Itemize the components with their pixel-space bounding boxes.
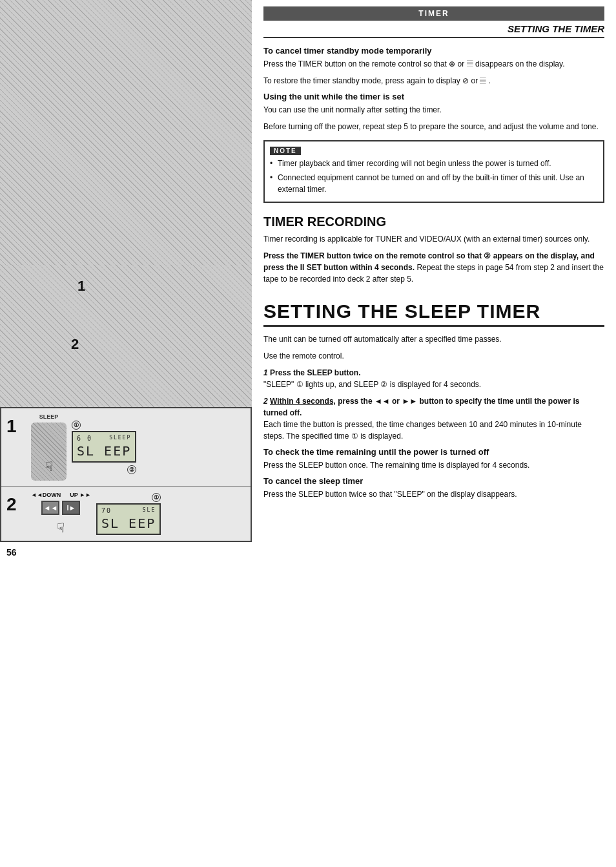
step-2-num: 2 <box>263 397 270 406</box>
timer-recording-title: TIMER RECORDING <box>263 214 604 229</box>
sleep-label-1: SLEEP <box>39 413 59 420</box>
step-2-body: Each time the button is pressed, the tim… <box>263 420 582 441</box>
diagram-2-label: 2 <box>6 494 26 515</box>
page-number: 56 <box>0 542 252 560</box>
cancel-timer-body2: To restore the timer standby mode, press… <box>263 75 604 87</box>
sleep-timer-title: SETTING THE SLEEP TIMER <box>263 300 604 327</box>
cancel-timer-heading: To cancel timer standby mode temporarily <box>263 46 604 56</box>
note-bullet-2: Connected equipment cannot be turned on … <box>270 172 598 195</box>
using-timer-body2: Before turning off the power, repeat ste… <box>263 121 604 132</box>
display-box-2: 70 SLE SL EEP <box>96 503 161 535</box>
timer-recording-body1: Timer recording is applicable for TUNER … <box>263 233 604 245</box>
cancel-timer-body1: Press the TIMER button on the remote con… <box>263 58 604 70</box>
check-heading: To check the time remaining until the po… <box>263 447 604 457</box>
timer-recording-bold: Press the TIMER button twice on the remo… <box>263 250 604 285</box>
down-btn[interactable]: ◄◄ <box>41 501 59 515</box>
diagram-row-1: 1 SLEEP ☟ ① 6 0 SLEEP <box>1 408 251 486</box>
left-column: 1 2 1 SLEEP ☟ ① 6 0 <box>0 0 252 867</box>
diagram-1-label: 1 <box>6 416 26 437</box>
step-2-within: Within 4 seconds, <box>270 397 336 406</box>
display-main-2: SL EEP <box>101 516 156 531</box>
cancel-sleep-heading: To cancel the sleep timer <box>263 476 604 486</box>
remote-1: ☟ <box>31 423 67 481</box>
sleep-timer-intro: The unit can be turned off automatically… <box>263 333 604 345</box>
step-1-num: 1 <box>263 368 270 377</box>
note-bullet-1: Timer playback and timer recording will … <box>270 158 598 169</box>
step-1-head: Press the SLEEP button. <box>270 368 360 377</box>
circle-1-row1: ① <box>72 421 81 430</box>
sleep-timer-use-remote: Use the remote control. <box>263 350 604 362</box>
up-btn[interactable]: I► <box>62 501 80 515</box>
using-timer-body1: You can use the unit normally after sett… <box>263 104 604 116</box>
label-down: ◄◄DOWN <box>31 492 61 498</box>
note-box: NOTE Timer playback and timer recording … <box>263 140 604 203</box>
step-1: 1 Press the SLEEP button. "SLEEP" ① ligh… <box>263 367 604 390</box>
label-up: UP ►► <box>70 492 91 498</box>
display-main-1: SL EEP <box>77 443 131 459</box>
using-timer-heading: Using the unit while the timer is set <box>263 92 604 101</box>
display-tag-1: SLEEP <box>109 435 131 442</box>
timer-header-bar: TIMER <box>263 6 604 21</box>
diagram-section: 1 SLEEP ☟ ① 6 0 SLEEP <box>0 407 252 542</box>
step-1-body: "SLEEP" ① lights up, and SLEEP ② is disp… <box>263 380 481 389</box>
display-tag-2: SLE <box>143 507 156 514</box>
diagram-1-content: SLEEP ☟ ① 6 0 SLEEP SL EEP <box>31 413 245 481</box>
cancel-sleep-body: Press the SLEEP button twice so that "SL… <box>263 488 604 500</box>
note-label: NOTE <box>270 147 301 155</box>
display-top-1: 6 0 <box>77 435 92 442</box>
remote-image: 1 2 <box>0 265 252 407</box>
display-box-1: 6 0 SLEEP SL EEP <box>72 431 136 463</box>
step-2: 2 Within 4 seconds, press the ◄◄ or ►► b… <box>263 395 604 442</box>
diagram-row-2: 2 ◄◄DOWN UP ►► ◄◄ I► ☟ <box>1 486 251 541</box>
display-top-2: 70 <box>101 507 112 514</box>
setting-timer-title: SETTING THE TIMER <box>263 23 604 38</box>
top-device-image <box>0 0 252 265</box>
right-column: TIMER SETTING THE TIMER To cancel timer … <box>252 0 616 867</box>
circle-2-row1: ② <box>127 465 136 474</box>
circle-1-row2: ① <box>152 493 161 502</box>
check-body: Press the SLEEP button once. The remaini… <box>263 459 604 471</box>
diagram-2-content: ◄◄DOWN UP ►► ◄◄ I► ☟ ① <box>31 492 245 536</box>
